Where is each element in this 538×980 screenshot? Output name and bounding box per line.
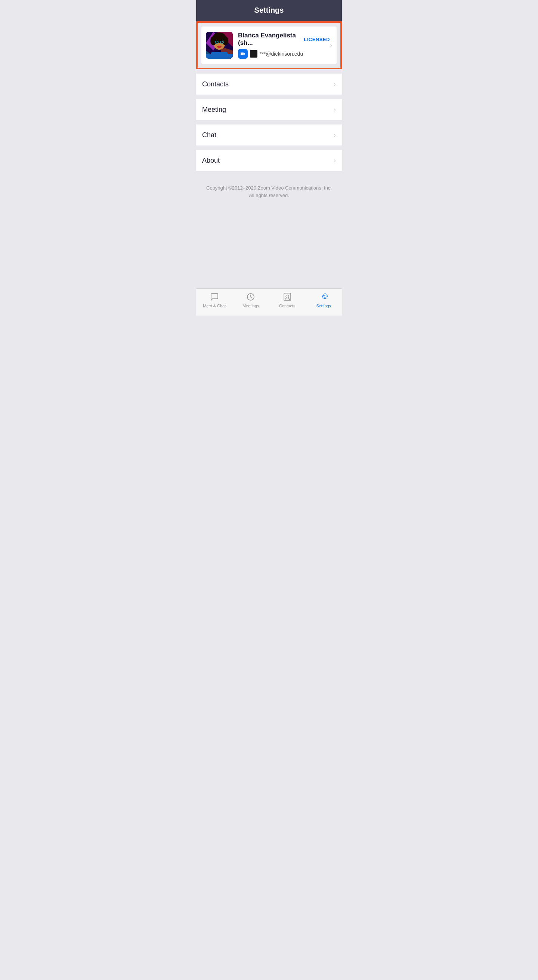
profile-info: Blanca Evangelista (sh... LICENSED * (238, 32, 330, 59)
section-gap-4 (196, 145, 342, 150)
svg-rect-17 (211, 52, 227, 59)
content-spacer (196, 208, 342, 288)
profile-highlight-wrapper: Blanca Evangelista (sh... LICENSED * (196, 21, 342, 69)
tab-label-meetings: Meetings (243, 304, 259, 308)
menu-item-about[interactable]: About › (196, 150, 342, 171)
profile-name-row: Blanca Evangelista (sh... LICENSED (238, 32, 330, 47)
menu-section: Contacts › (196, 74, 342, 95)
avatar (206, 32, 233, 59)
menu-label-meeting: Meeting (202, 106, 226, 114)
zoom-app-icon (238, 49, 248, 59)
svg-point-16 (217, 46, 222, 48)
svg-rect-19 (225, 54, 233, 59)
meet-chat-icon (209, 292, 220, 302)
menu-label-contacts: Contacts (202, 80, 229, 88)
menu-item-chat[interactable]: Chat › (196, 124, 342, 145)
section-gap-2 (196, 95, 342, 99)
profile-chevron-icon: › (330, 41, 332, 49)
menu-section-about: About › (196, 150, 342, 171)
svg-point-12 (216, 41, 218, 43)
tab-contacts[interactable]: Contacts (269, 292, 306, 308)
tab-meet-chat[interactable]: Meet & Chat (196, 292, 233, 308)
menu-item-meeting[interactable]: Meeting › (196, 99, 342, 120)
menu-section-chat: Chat › (196, 124, 342, 145)
about-chevron-icon: › (333, 157, 336, 164)
section-gap-3 (196, 120, 342, 124)
profile-email: ***@dickinson.edu (260, 51, 303, 57)
menu-item-contacts[interactable]: Contacts › (196, 74, 342, 95)
profile-card[interactable]: Blanca Evangelista (sh... LICENSED * (202, 27, 336, 64)
tab-settings[interactable]: Settings (306, 292, 342, 308)
app-header: Settings (196, 0, 342, 21)
settings-icon (318, 292, 329, 302)
meetings-icon (246, 292, 256, 302)
copyright-section: Copyright ©2012–2020 Zoom Video Communic… (196, 175, 342, 208)
profile-email-row: ***@dickinson.edu (238, 49, 330, 59)
tab-label-meet-chat: Meet & Chat (203, 304, 226, 308)
chat-chevron-icon: › (333, 131, 336, 139)
profile-name: Blanca Evangelista (sh... (238, 32, 301, 47)
page-title: Settings (254, 6, 284, 14)
svg-point-15 (222, 41, 223, 42)
section-gap-5 (196, 171, 342, 175)
svg-point-9 (222, 36, 228, 45)
menu-label-about: About (202, 157, 220, 164)
main-content: Blanca Evangelista (sh... LICENSED * (196, 21, 342, 288)
section-gap-1 (196, 69, 342, 74)
svg-point-8 (210, 36, 216, 45)
svg-point-23 (286, 295, 289, 298)
svg-point-14 (217, 41, 217, 42)
tab-label-settings: Settings (316, 304, 331, 308)
contacts-chevron-icon: › (333, 80, 336, 88)
tab-bar: Meet & Chat Meetings Contacts (196, 288, 342, 316)
menu-label-chat: Chat (202, 131, 216, 139)
svg-point-13 (221, 41, 223, 43)
contacts-icon (282, 292, 292, 302)
tab-meetings[interactable]: Meetings (233, 292, 269, 308)
tab-label-contacts: Contacts (279, 304, 295, 308)
copyright-text: Copyright ©2012–2020 Zoom Video Communic… (204, 185, 334, 199)
menu-section-meeting: Meeting › (196, 99, 342, 120)
meeting-chevron-icon: › (333, 106, 336, 114)
redacted-info-block (250, 50, 257, 57)
licensed-badge: LICENSED (304, 37, 330, 42)
svg-rect-18 (206, 54, 213, 59)
